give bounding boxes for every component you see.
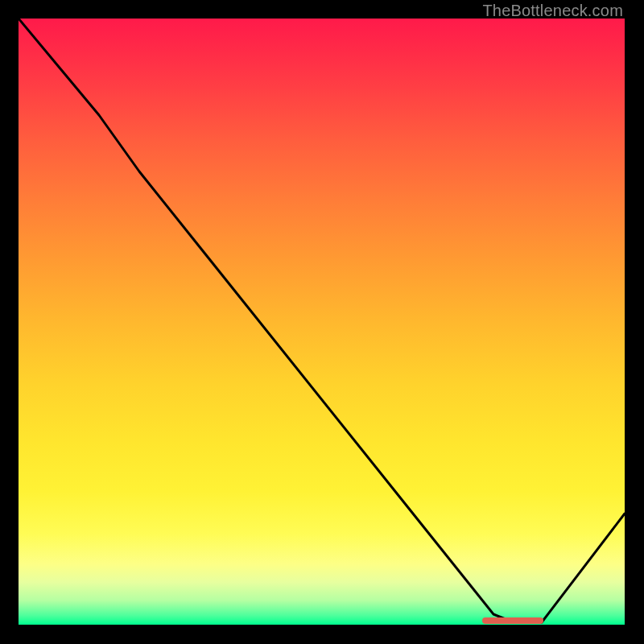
bottleneck-curve	[19, 19, 625, 625]
optimal-range-marker	[482, 617, 543, 624]
watermark-text: TheBottleneck.com	[482, 2, 623, 20]
chart-area	[19, 19, 625, 625]
